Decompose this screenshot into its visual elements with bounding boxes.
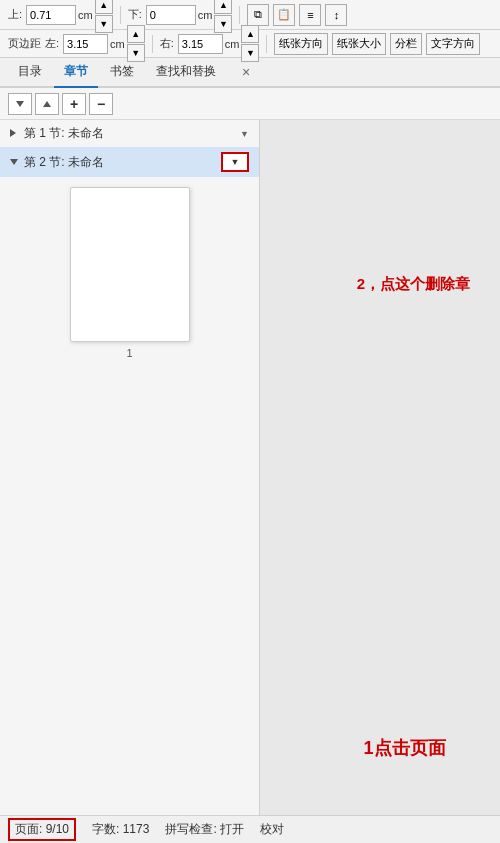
page-number-label: 1 [126,347,132,359]
sort-icon-btn[interactable]: ↕ [325,4,347,26]
tab-find-replace[interactable]: 查找和替换 [146,59,226,88]
right-label: 右: [160,36,174,51]
bottom-label: 下: [128,7,142,22]
chapter-1-arrow [10,129,20,139]
top-value-input[interactable] [26,5,76,25]
margin-label: 页边距 [8,36,41,51]
bottom-unit: cm [198,9,213,21]
expand-btn[interactable] [8,93,32,115]
paste-icon-btn[interactable]: 📋 [273,4,295,26]
left-up-btn[interactable]: ▲ [127,25,145,43]
chapter-1-expand-icon [10,129,16,137]
main-area: 第 1 节: 未命名 ▼ 第 2 节: 未命名 ▼ 1 2，点这个删除章 1点击… [0,120,500,815]
left-unit: cm [110,38,125,50]
chapter-1-item[interactable]: 第 1 节: 未命名 ▼ [0,120,259,147]
right-document-area[interactable]: 2，点这个删除章 1点击页面 [260,120,500,815]
right-margin-group: 右: cm ▲ ▼ [160,25,260,62]
collapse-icon [43,101,51,107]
top-unit: cm [78,9,93,21]
separator2 [239,6,240,24]
top-label: 上: [8,7,22,22]
right-unit: cm [225,38,240,50]
chapter-2-expand-icon [10,159,18,165]
status-correction: 校对 [260,821,284,838]
bottom-instruction-text: 1点击页面 [364,736,446,760]
separator4 [266,35,267,53]
nav-buttons-row: + − [0,88,500,120]
chapter-2-item[interactable]: 第 2 节: 未命名 ▼ [0,147,259,177]
chapter-1-name: 第 1 节: 未命名 [24,125,236,142]
chapter-1-dropdown-icon: ▼ [240,129,249,139]
separator3 [152,35,153,53]
page-thumbnail[interactable] [70,187,190,342]
status-bar: 页面: 9/10 字数: 1173 拼写检查: 打开 校对 [0,815,500,843]
left-spinner[interactable]: ▲ ▼ [127,25,145,62]
chapter-2-name: 第 2 节: 未命名 [24,154,217,171]
paper-size-btn[interactable]: 纸张大小 [332,33,386,55]
copy-icon-btn[interactable]: ⧉ [247,4,269,26]
align-icon-btn[interactable]: ≡ [299,4,321,26]
chapter-2-arrow [10,158,20,167]
tab-bar: 目录 章节 书签 查找和替换 × [0,58,500,88]
right-up-btn[interactable]: ▲ [241,25,259,43]
left-margin-group: 页边距 左: cm ▲ ▼ [8,25,145,62]
tab-bookmark[interactable]: 书签 [100,59,144,88]
add-chapter-btn[interactable]: + [62,93,86,115]
chapter-2-dropdown-arrow: ▼ [231,157,240,167]
tab-close-btn[interactable]: × [232,60,260,88]
paper-direction-btn[interactable]: 纸张方向 [274,33,328,55]
tab-toc[interactable]: 目录 [8,59,52,88]
toolbar-row2: 页边距 左: cm ▲ ▼ 右: cm ▲ ▼ 纸张方向 纸张大小 分栏 文字方… [0,30,500,58]
separator1 [120,6,121,24]
status-pages[interactable]: 页面: 9/10 [8,818,76,841]
bottom-up-btn[interactable]: ▲ [214,0,232,14]
collapse-btn[interactable] [35,93,59,115]
tab-chapter[interactable]: 章节 [54,59,98,88]
left-label: 左: [45,36,59,51]
bottom-value-input[interactable] [146,5,196,25]
left-panel: 第 1 节: 未命名 ▼ 第 2 节: 未命名 ▼ 1 [0,120,260,815]
annotation-text: 2，点这个删除章 [357,275,470,294]
expand-icon [16,101,24,107]
right-spinner[interactable]: ▲ ▼ [241,25,259,62]
status-word-count: 字数: 1173 [92,821,149,838]
text-direction-btn[interactable]: 文字方向 [426,33,480,55]
left-value-input[interactable] [63,34,108,54]
chapter-2-dropdown-btn[interactable]: ▼ [221,152,249,172]
status-spell-check: 拼写检查: 打开 [165,821,244,838]
remove-chapter-btn[interactable]: − [89,93,113,115]
top-up-btn[interactable]: ▲ [95,0,113,14]
page-thumbnail-area: 1 [0,177,259,369]
columns-btn[interactable]: 分栏 [390,33,422,55]
right-value-input[interactable] [178,34,223,54]
